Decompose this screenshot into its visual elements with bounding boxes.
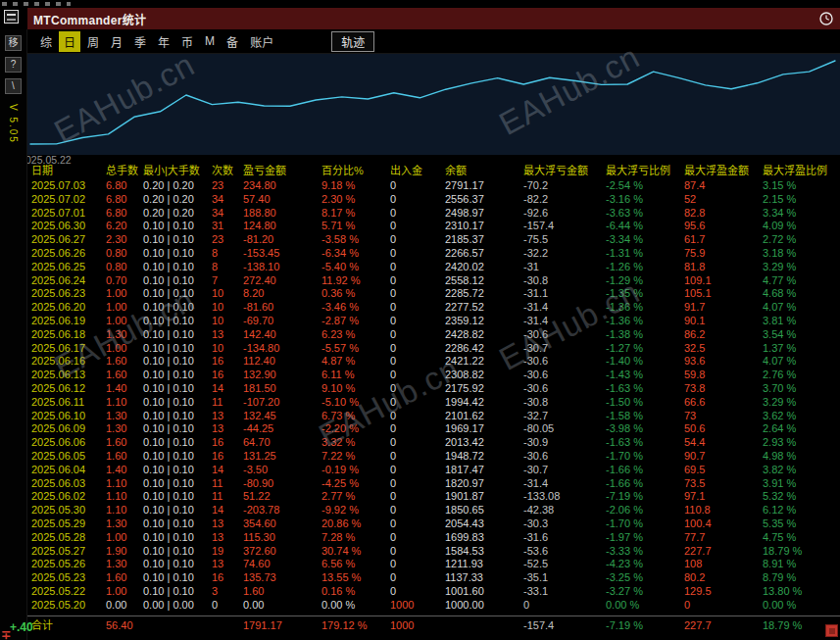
header-max_float_loss_pct[interactable]: 最大浮亏比例 xyxy=(606,164,684,178)
table-row[interactable]: 2025.06.201.000.10 | 0.1010-81.60-3.46 %… xyxy=(27,301,840,315)
window-list-icon[interactable] xyxy=(4,10,19,24)
table-row[interactable]: 2025.06.111.100.10 | 0.1011-107.20-5.10 … xyxy=(27,396,840,410)
title-bar[interactable]: MTCommander统计 xyxy=(27,8,840,29)
cell-max_float_loss_pct: -1.27 % xyxy=(606,342,684,356)
help-button[interactable]: ? xyxy=(5,57,22,73)
header-max_float_profit_pct[interactable]: 最大浮盈比例 xyxy=(763,164,840,178)
table-row[interactable]: 2025.05.261.300.10 | 0.101374.606.56 %01… xyxy=(27,558,840,571)
menu-item-年[interactable]: 年 xyxy=(153,31,174,52)
table-row[interactable]: 2025.06.250.800.10 | 0.108-138.10-5.40 %… xyxy=(27,261,840,274)
cell-max_float_loss_pct: -1.66 % xyxy=(606,464,684,477)
cell-max_float_loss: 0 xyxy=(523,599,606,613)
table-row[interactable]: 2025.06.061.600.10 | 0.101664.703.32 %02… xyxy=(27,436,840,450)
menu-item-备[interactable]: 备 xyxy=(222,31,243,52)
cell-deposit: 0 xyxy=(390,382,445,396)
table-row[interactable]: 2025.06.031.100.10 | 0.1011-80.90-4.25 %… xyxy=(27,477,840,491)
cell-balance: 1211.93 xyxy=(445,558,523,571)
cell-deposit: 0 xyxy=(390,207,445,221)
menu-item-综[interactable]: 综 xyxy=(35,31,57,52)
menu-item-币[interactable]: 币 xyxy=(176,31,198,52)
equity-chart[interactable] xyxy=(27,54,840,155)
cell-balance: 2428.82 xyxy=(445,328,523,342)
table-row[interactable]: 2025.05.221.000.10 | 0.1031.600.16 %0100… xyxy=(27,585,840,599)
table-row[interactable]: 2025.05.301.100.10 | 0.1014-203.78-9.92 … xyxy=(27,504,840,517)
table-row[interactable]: 2025.07.026.800.20 | 0.203457.402.30 %02… xyxy=(27,193,840,207)
table-row[interactable]: 2025.07.036.800.20 | 0.2023234.809.18 %0… xyxy=(27,179,840,193)
menu-item-周[interactable]: 周 xyxy=(82,31,104,52)
cell-max_float_loss_pct: -1.63 % xyxy=(606,436,684,450)
cell-max_float_loss_pct: -1.36 % xyxy=(606,301,684,315)
cell-balance: 2013.42 xyxy=(445,436,523,450)
cell-total_lots: 1.30 xyxy=(106,517,143,531)
table-row[interactable]: 2025.06.272.300.10 | 0.1023-81.20-3.58 %… xyxy=(27,233,840,247)
bottom-right-red-marker-icon[interactable] xyxy=(825,624,838,637)
table-row[interactable]: 2025.05.281.000.10 | 0.1013115.307.28 %0… xyxy=(27,531,840,545)
header-count[interactable]: 次数 xyxy=(212,164,243,178)
cell-max_float_profit_pct: 4.09 % xyxy=(763,220,840,233)
cell-total_lots: 6.80 xyxy=(106,179,143,193)
table-row[interactable]: 2025.06.181.300.10 | 0.1013142.406.23 %0… xyxy=(27,328,840,342)
cell-total_lots: 0.00 xyxy=(106,599,143,613)
cell-date: 2025.07.02 xyxy=(31,193,106,207)
table-row[interactable]: 2025.07.016.800.20 | 0.2034188.808.17 %0… xyxy=(27,207,840,221)
clock-icon[interactable] xyxy=(818,11,834,26)
table-row[interactable]: 2025.06.260.800.10 | 0.108-153.45-6.34 %… xyxy=(27,247,840,261)
table-row[interactable]: 2025.06.091.300.10 | 0.1013-44.25-2.20 %… xyxy=(27,422,840,436)
table-row[interactable]: 2025.05.291.300.10 | 0.1013354.6020.86 %… xyxy=(27,517,840,531)
cell-pnl_amount: -81.60 xyxy=(243,301,321,315)
move-button[interactable]: 移 xyxy=(5,35,22,51)
cell-pnl_amount: 272.40 xyxy=(243,274,321,288)
table-row[interactable]: 2025.06.171.000.10 | 0.1010-134.80-5.57 … xyxy=(27,342,840,356)
table-row[interactable]: 2025.06.240.700.10 | 0.107272.4011.92 %0… xyxy=(27,274,840,288)
slash-button[interactable]: \ xyxy=(5,78,22,94)
cell-date: 2025.05.29 xyxy=(31,517,106,531)
header-pnl_percent[interactable]: 百分比% xyxy=(321,164,390,178)
table-row[interactable]: 2025.06.051.600.10 | 0.1016131.257.22 %0… xyxy=(27,450,840,464)
cell-count: 14 xyxy=(212,382,243,396)
cell-count: 16 xyxy=(212,571,243,585)
header-min_max_lots[interactable]: 最小|大手数 xyxy=(143,164,212,178)
table-row[interactable]: 2025.06.131.600.10 | 0.1016132.906.11 %0… xyxy=(27,369,840,382)
menu-item-月[interactable]: 月 xyxy=(106,31,127,52)
table-row[interactable]: 2025.06.231.000.10 | 0.10108.200.36 %022… xyxy=(27,287,840,301)
table-row[interactable]: 2025.05.231.600.10 | 0.1016135.7313.55 %… xyxy=(27,571,840,585)
cell-max_float_loss: -31.4 xyxy=(523,301,606,315)
cell-max_float_loss: -31 xyxy=(523,261,606,274)
cell-max_float_profit_pct: 5.35 % xyxy=(763,517,840,531)
header-pnl_amount[interactable]: 盈亏金额 xyxy=(243,164,321,178)
menu-item-季[interactable]: 季 xyxy=(129,31,151,52)
table-row[interactable]: 2025.05.271.900.10 | 0.1019372.6030.74 %… xyxy=(27,545,840,559)
cell-max_float_profit: 105.1 xyxy=(684,287,763,301)
total-pnl_amount: 1791.17 xyxy=(243,618,321,633)
cell-pnl_amount: 64.70 xyxy=(243,436,321,450)
header-max_float_profit[interactable]: 最大浮盈金额 xyxy=(684,164,763,178)
table-row[interactable]: 2025.06.161.600.10 | 0.1016112.404.87 %0… xyxy=(27,355,840,369)
track-button[interactable]: 轨迹 xyxy=(331,31,374,52)
cell-pnl_amount: 135.73 xyxy=(243,571,321,585)
table-row[interactable]: 2025.06.121.400.10 | 0.1014181.509.10 %0… xyxy=(27,382,840,396)
cell-pnl_amount: -107.20 xyxy=(243,396,321,410)
header-deposit[interactable]: 出入金 xyxy=(390,164,445,178)
cell-total_lots: 6.80 xyxy=(106,193,143,207)
header-date[interactable]: 日期 xyxy=(31,164,106,178)
menu-item-日[interactable]: 日 xyxy=(59,31,80,52)
cell-count: 8 xyxy=(212,261,243,274)
cell-deposit: 0 xyxy=(390,179,445,193)
cell-min_max_lots: 0.10 | 0.10 xyxy=(143,531,212,545)
header-balance[interactable]: 余额 xyxy=(445,164,523,178)
table-row[interactable]: 2025.06.191.000.10 | 0.1010-69.70-2.87 %… xyxy=(27,315,840,328)
menu-item-账户[interactable]: 账户 xyxy=(245,31,278,52)
table-row[interactable]: 2025.06.021.100.10 | 0.101151.222.77 %01… xyxy=(27,490,840,504)
table-row[interactable]: 2025.06.041.400.10 | 0.1014-3.50-0.19 %0… xyxy=(27,464,840,477)
table-row[interactable]: 2025.05.200.000.00 | 0.0000.000.00 %1000… xyxy=(27,599,840,613)
header-total_lots[interactable]: 总手数 xyxy=(106,164,143,178)
table-row[interactable]: 2025.06.306.200.10 | 0.1031124.805.71 %0… xyxy=(27,220,840,233)
cell-pnl_percent: 3.32 % xyxy=(321,436,390,450)
menu-item-M[interactable]: M xyxy=(200,32,220,50)
cell-count: 34 xyxy=(212,207,243,221)
cell-balance: 2277.52 xyxy=(445,301,523,315)
window-title: MTCommander统计 xyxy=(33,11,146,27)
cell-pnl_percent: -3.58 % xyxy=(321,233,390,247)
header-max_float_loss[interactable]: 最大浮亏金额 xyxy=(523,164,606,178)
table-row[interactable]: 2025.06.101.300.10 | 0.1013132.456.73 %0… xyxy=(27,410,840,423)
